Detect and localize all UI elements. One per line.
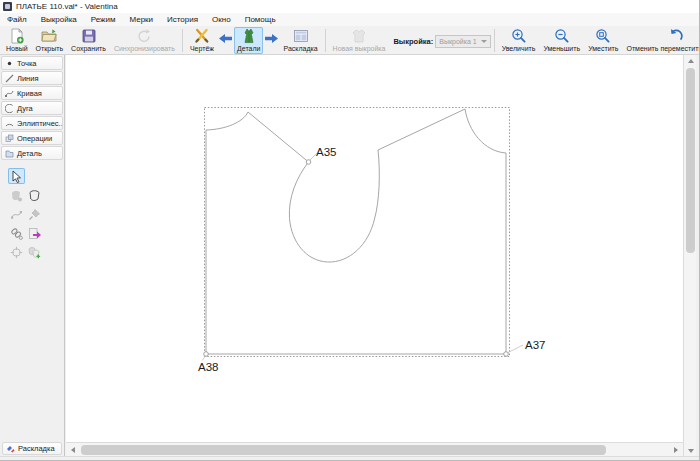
new-label: Новый xyxy=(6,45,28,53)
sidebar-section-label: Операции xyxy=(17,134,52,143)
toolbar-separator xyxy=(494,29,495,52)
undo-move-detail-button[interactable]: Отменить переместить деталь xyxy=(623,27,699,54)
menu-help[interactable]: Помощь xyxy=(238,13,283,26)
sidebar-section-label: Кривая xyxy=(17,89,42,98)
vertical-scroll-thumb[interactable] xyxy=(686,68,695,253)
tool-curved-path-button[interactable] xyxy=(8,206,25,222)
point-marker-a37 xyxy=(504,352,509,357)
sidebar-section-elliptical[interactable]: Эллиптичес... xyxy=(1,116,63,130)
crosshair-icon xyxy=(10,246,23,259)
undo-move-detail-label: Отменить переместить деталь xyxy=(626,45,699,53)
toolbar-separator xyxy=(325,29,326,52)
zoom-out-button[interactable]: Уменьшить xyxy=(540,27,583,54)
sidebar-section-point[interactable]: Точка xyxy=(1,56,63,70)
pattern-piece-outline[interactable] xyxy=(206,109,506,354)
tool-pointer-button[interactable] xyxy=(8,168,25,184)
tool-insert-nodes-button[interactable] xyxy=(26,225,43,241)
save-button[interactable]: Сохранить xyxy=(68,27,109,54)
vertical-scrollbar[interactable] xyxy=(683,55,696,457)
zoom-in-button[interactable]: Увеличить xyxy=(499,27,539,54)
pattern-canvas[interactable]: A35 A37 A38 xyxy=(66,55,683,442)
zoom-fit-button[interactable]: Уместить xyxy=(585,27,621,54)
workpiece-outline-icon xyxy=(28,189,41,202)
draw-mode-label: Чертёж xyxy=(190,45,214,53)
menu-pattern[interactable]: Выкройка xyxy=(34,13,84,26)
scroll-right-arrow[interactable] xyxy=(670,443,682,457)
sidebar-section-label: Линия xyxy=(17,74,39,83)
status-bar xyxy=(0,456,699,460)
zoom-in-icon xyxy=(511,28,527,44)
sidebar-section-operations[interactable]: Операции xyxy=(1,131,63,145)
operations-icon xyxy=(5,134,14,143)
menu-file[interactable]: Файл xyxy=(0,13,34,26)
valentina-window: ПЛАТЬЕ 110.val* - Valentina Файл Выкройк… xyxy=(0,0,700,461)
sidebar-section-label: Точка xyxy=(17,59,37,68)
curve-icon xyxy=(5,89,14,98)
tool-unite-paths-button[interactable] xyxy=(8,225,25,241)
toolbar-separator xyxy=(182,29,183,52)
draw-mode-button[interactable]: Чертёж xyxy=(187,27,217,54)
menu-measurements[interactable]: Мерки xyxy=(122,13,160,26)
layout-panel-button[interactable]: Раскладка xyxy=(2,442,62,455)
main-toolbar: Новый Открыть Сохранить Синхронизир xyxy=(0,26,699,55)
pattern-drawing: A35 A37 A38 xyxy=(66,55,683,442)
layout-mode-button[interactable]: Раскладка xyxy=(280,27,320,54)
new-button[interactable]: Новый xyxy=(3,27,31,54)
tool-union-details-button[interactable] xyxy=(26,244,43,260)
point-label-a37[interactable]: A37 xyxy=(525,339,545,351)
new-pattern-piece-button[interactable]: Новая выкройка xyxy=(330,27,389,54)
point-marker-a35 xyxy=(306,160,311,165)
tool-workpiece-button[interactable] xyxy=(26,187,43,203)
title-bar: ПЛАТЬЕ 110.val* - Valentina xyxy=(0,0,699,13)
window-title: ПЛАТЬЕ 110.val* - Valentina xyxy=(16,2,118,11)
detail-icon xyxy=(5,149,14,158)
mode-prev-arrow-icon xyxy=(219,34,232,43)
sidebar-section-curve[interactable]: Кривая xyxy=(1,86,63,100)
open-button[interactable]: Открыть xyxy=(33,27,67,54)
horizontal-scroll-thumb[interactable] xyxy=(81,445,606,455)
union-details-icon xyxy=(28,246,41,259)
tool-piece-options-button[interactable] xyxy=(8,187,25,203)
document-new-icon xyxy=(9,28,25,44)
pattern-select-label: Выкройка: xyxy=(393,37,433,46)
point-label-a38[interactable]: A38 xyxy=(198,361,218,373)
details-mode-label: Детали xyxy=(237,45,260,53)
leader-line-a38 xyxy=(202,356,206,361)
dropdown-arrow-icon xyxy=(481,40,487,43)
tool-pin-button[interactable] xyxy=(26,206,43,222)
tool-place-label-button[interactable] xyxy=(8,244,25,260)
new-pattern-piece-label: Новая выкройка xyxy=(333,45,386,53)
pin-icon xyxy=(28,208,41,221)
sidebar-section-line[interactable]: Линия xyxy=(1,71,63,85)
menu-history[interactable]: История xyxy=(160,13,205,26)
sync-button[interactable]: Синхронизировать xyxy=(111,27,178,54)
folder-open-icon xyxy=(41,28,57,44)
sidebar-section-detail[interactable]: Деталь xyxy=(1,146,63,160)
menu-window[interactable]: Окно xyxy=(205,13,238,26)
chain-links-icon xyxy=(10,227,23,240)
details-mode-dress-icon xyxy=(241,28,257,44)
sync-label: Синхронизировать xyxy=(114,45,175,53)
sidebar-section-arc[interactable]: Дуга xyxy=(1,101,63,115)
elliptical-arc-icon xyxy=(5,119,14,128)
scroll-left-arrow[interactable] xyxy=(67,443,79,457)
layout-mode-label: Раскладка xyxy=(283,45,317,53)
horizontal-scrollbar[interactable] xyxy=(66,442,683,457)
point-label-a35[interactable]: A35 xyxy=(316,146,336,158)
pattern-select-value: Выкройка 1 xyxy=(439,38,476,45)
menu-mode[interactable]: Режим xyxy=(84,13,123,26)
save-label: Сохранить xyxy=(71,45,106,53)
line-icon xyxy=(5,74,14,83)
mode-next-arrow-icon xyxy=(265,34,278,43)
details-mode-button[interactable]: Детали xyxy=(234,27,263,54)
menu-bar: Файл Выкройка Режим Мерки История Окно П… xyxy=(0,13,699,26)
layout-panel-label: Раскладка xyxy=(18,444,55,453)
triangle-up-icon xyxy=(688,59,694,63)
sidebar-section-label: Эллиптичес... xyxy=(17,119,63,128)
triangle-left-icon xyxy=(71,447,75,453)
triangle-right-icon xyxy=(674,447,678,453)
zoom-in-label: Увеличить xyxy=(502,45,536,53)
pattern-select-dropdown[interactable]: Выкройка 1 xyxy=(435,35,490,48)
curved-path-icon xyxy=(10,208,23,221)
scroll-up-arrow[interactable] xyxy=(684,55,697,67)
